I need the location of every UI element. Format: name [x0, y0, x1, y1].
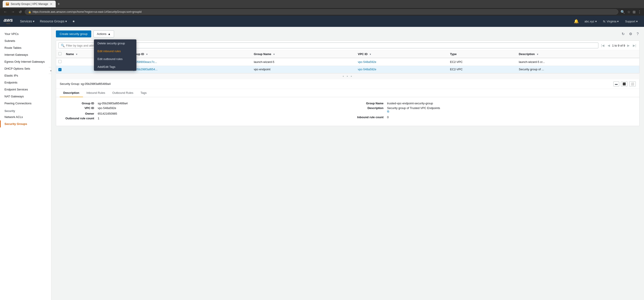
next-page-button[interactable]: ▶	[626, 43, 630, 48]
divider-dots: • • •	[56, 73, 640, 79]
resource-groups-nav-item[interactable]: Resource Groups ▾	[37, 16, 70, 27]
search-icon[interactable]: 🔍	[620, 10, 625, 14]
url-bar[interactable]: 🔒 https://console.aws.amazon.com/vpc/hom…	[25, 9, 618, 15]
browser-tab[interactable]: 📦 Security Groups | VPC Manage ✕	[3, 1, 56, 8]
new-tab-button[interactable]: +	[58, 2, 60, 7]
browser-chrome: 📦 Security Groups | VPC Manage ✕ +	[0, 0, 644, 8]
sidebar-item-egress-gateways[interactable]: Egress Only Internet Gateways	[0, 58, 51, 65]
field-description-label: Description	[352, 106, 384, 110]
toolbar: Create security group Actions ▲ Delete s…	[56, 31, 640, 37]
settings-icon[interactable]: ⊞	[632, 10, 636, 14]
dropdown-item-edit-outbound[interactable]: Edit outbound rules	[94, 55, 136, 63]
create-security-group-button[interactable]: Create security group	[56, 31, 91, 37]
field-group-id-value: sg-05b298f3af85489a4	[98, 102, 128, 105]
row1-group-id[interactable]: sg-058900eacc7c...	[130, 58, 252, 66]
support-nav-item[interactable]: Support ▾	[622, 16, 640, 27]
copy-icon[interactable]: ⧉	[387, 110, 389, 113]
sidebar-item-your-vpcs[interactable]: Your VPCs	[0, 31, 51, 37]
row2-checkbox[interactable]: ✓	[58, 68, 62, 71]
panel-icon-btn-3[interactable]: ⬜	[629, 82, 636, 86]
row2-group-id[interactable]: sg-05b298f3af854...	[130, 66, 252, 73]
sidebar-item-network-acls[interactable]: Network ACLs	[0, 114, 51, 120]
bookmark-icon[interactable]: ☆	[627, 10, 630, 14]
sidebar-item-peering[interactable]: Peering Connections	[0, 100, 51, 107]
groupid-sort-icon: ▼	[146, 53, 148, 56]
sidebar-item-route-tables[interactable]: Route Tables	[0, 44, 51, 51]
row1-checkbox-cell[interactable]	[56, 58, 64, 66]
detail-right-column: Group Name trusted-vpc-endpoint-security…	[352, 102, 632, 121]
row2-vpc-id[interactable]: vpc-548a592e	[356, 66, 448, 73]
field-vpc-id-value[interactable]: vpc-548a592e	[98, 106, 116, 110]
field-group-id-label: Group ID	[63, 102, 94, 105]
field-group-name-label: Group Name	[352, 102, 384, 105]
aws-topnav: aws ~~~ Services ▾ Resource Groups ▾ ★ 🔔…	[0, 16, 644, 27]
tab-outbound-rules[interactable]: Outbound Rules	[109, 89, 137, 97]
tab-favicon: 📦	[6, 3, 9, 6]
first-page-button[interactable]: |◀	[600, 43, 605, 48]
col-group-id[interactable]: Group ID ▼	[130, 50, 252, 58]
row2-description: Security group of ...	[516, 66, 639, 73]
table-header: Name ▼ Group ID ▼ Group Name ▼ VPC ID	[56, 50, 639, 58]
menu-icon[interactable]: ⋮	[638, 10, 641, 14]
panel-icon-btn-1[interactable]: ▬	[613, 82, 619, 86]
search-row: 🔍 |◀ ◀ 1 to 9 of 9 ▶ ▶|	[56, 41, 639, 50]
sidebar-item-nat-gateways[interactable]: NAT Gateways	[0, 93, 51, 100]
pin-icon[interactable]: ★	[70, 16, 78, 27]
settings-table-button[interactable]: ⚙	[628, 31, 633, 37]
dropdown-item-add-tags[interactable]: Add/Edit Tags	[94, 63, 136, 71]
help-button[interactable]: ?	[636, 31, 640, 37]
address-actions: 🔍 ☆ ⊞ ⋮	[620, 10, 641, 14]
select-all-checkbox[interactable]	[58, 52, 62, 55]
detail-left-column: Group ID sg-05b298f3af85489a4 VPC ID vpc…	[63, 102, 343, 121]
col-group-name[interactable]: Group Name ▼	[252, 50, 356, 58]
refresh-table-button[interactable]: ↻	[621, 31, 626, 37]
tab-tags[interactable]: Tags	[137, 89, 150, 97]
row1-group-name: launch-wizard-5	[252, 58, 356, 66]
search-bar[interactable]: 🔍	[58, 43, 598, 48]
region-chevron-icon: ▾	[617, 20, 619, 23]
row1-vpc-id[interactable]: vpc-548a592e	[356, 58, 448, 66]
region-nav-item[interactable]: N. Virginia ▾	[600, 16, 622, 27]
field-owner-label: Owner	[63, 112, 94, 115]
field-outbound-count-value: 1	[98, 117, 99, 120]
back-button[interactable]: ←	[3, 9, 8, 15]
services-nav-item[interactable]: Services ▾	[18, 16, 37, 27]
detail-content: Group ID sg-05b298f3af85489a4 VPC ID vpc…	[56, 97, 639, 126]
actions-button[interactable]: Actions ▲	[94, 31, 114, 37]
select-all-header[interactable]	[56, 50, 64, 58]
col-type[interactable]: Type	[448, 50, 516, 58]
prev-page-button[interactable]: ◀	[607, 43, 611, 48]
sidebar-item-endpoint-services[interactable]: Endpoint Services	[0, 86, 51, 93]
forward-button[interactable]: →	[10, 9, 16, 15]
row1-description: launch-wizard-5 cr...	[516, 58, 639, 66]
detail-panel: Security Group: sg-05b298f3af85489a4 ▬ ⬛…	[56, 79, 640, 126]
table-row[interactable]: ✓ sg-05b298f3af854... vpc-endpoint vpc-5…	[56, 66, 639, 73]
tab-close-button[interactable]: ✕	[50, 2, 52, 6]
dropdown-item-edit-inbound[interactable]: Edit inbound rules	[94, 47, 136, 55]
search-icon: 🔍	[61, 44, 64, 47]
sidebar-item-endpoints[interactable]: Endpoints	[0, 79, 51, 86]
last-page-button[interactable]: ▶|	[632, 43, 637, 48]
bell-icon[interactable]: 🔔	[572, 19, 581, 24]
row1-checkbox[interactable]	[58, 60, 62, 63]
sidebar-item-internet-gateways[interactable]: Internet Gateways	[0, 51, 51, 58]
sidebar-item-elastic-ips[interactable]: Elastic IPs	[0, 72, 51, 79]
col-description[interactable]: Description ▼	[516, 50, 639, 58]
row2-checkbox-cell[interactable]: ✓	[56, 66, 64, 73]
col-vpc-id[interactable]: VPC ID ▼	[356, 50, 448, 58]
panel-icon-btn-2[interactable]: ⬛	[621, 82, 628, 86]
dropdown-item-delete[interactable]: Delete security group	[94, 39, 136, 47]
user-nav-item[interactable]: abc.xyz ▾	[582, 16, 600, 27]
sidebar-collapse-button[interactable]: ◀	[49, 67, 52, 74]
search-input[interactable]	[66, 44, 596, 47]
pagination: |◀ ◀ 1 to 9 of 9 ▶ ▶|	[600, 43, 637, 48]
sidebar-item-dhcp[interactable]: DHCP Options Sets	[0, 65, 51, 72]
sidebar-item-security-groups[interactable]: Security Groups	[0, 120, 51, 127]
tab-description[interactable]: Description	[60, 89, 83, 97]
tab-inbound-rules[interactable]: Inbound Rules	[83, 89, 109, 97]
url-text: https://console.aws.amazon.com/vpc/home?…	[33, 10, 142, 14]
refresh-button[interactable]: ↺	[18, 9, 22, 15]
aws-smile-icon: ~~~	[4, 23, 13, 25]
sidebar-item-subnets[interactable]: Subnets	[0, 37, 51, 44]
table-row[interactable]: sg-058900eacc7c... launch-wizard-5 vpc-5…	[56, 58, 639, 66]
